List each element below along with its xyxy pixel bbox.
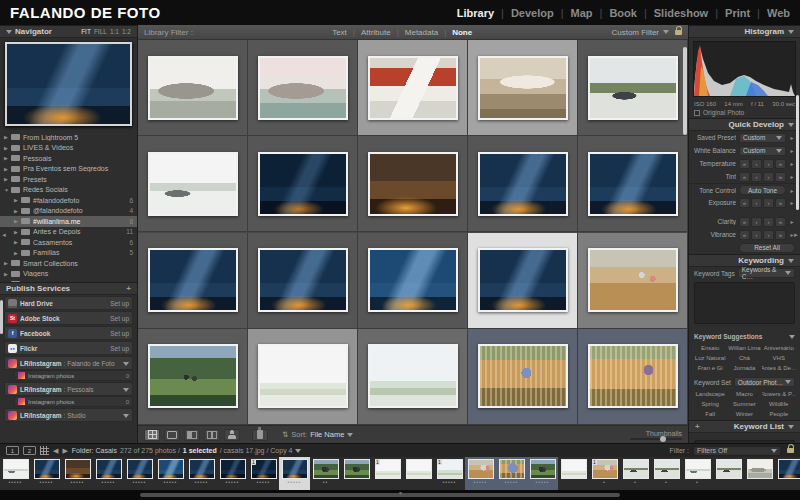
- collection-item[interactable]: ▶Famílias5: [0, 248, 137, 259]
- quick-develop-select[interactable]: Custom: [739, 133, 786, 143]
- disclosure-icon[interactable]: ▸: [789, 218, 795, 225]
- keyword-suggestion-button[interactable]: Ensaio: [693, 343, 727, 353]
- grid-cell[interactable]: [358, 233, 468, 329]
- photo-thumbnail[interactable]: [258, 56, 348, 120]
- sort-direction-icon[interactable]: ⇅: [282, 430, 288, 439]
- filmstrip-thumbnail[interactable]: •••••: [186, 457, 217, 490]
- publish-service[interactable]: Hard DriveSet up: [4, 296, 133, 310]
- thumbnail-slider[interactable]: [630, 438, 682, 440]
- sort-value[interactable]: File Name: [310, 430, 344, 439]
- publish-service-setup[interactable]: Set up: [110, 330, 129, 337]
- collection-item[interactable]: ▶Antes e Depois11: [0, 227, 137, 238]
- photo-thumbnail[interactable]: [258, 248, 348, 312]
- photo-thumbnail[interactable]: [3, 459, 29, 479]
- collection-item[interactable]: ▶LIVES & Vídeos: [0, 143, 137, 154]
- filmstrip-lock-icon[interactable]: [787, 448, 794, 453]
- publish-service-setup[interactable]: Set up: [110, 345, 129, 352]
- photo-thumbnail[interactable]: [220, 459, 246, 479]
- grid-cell[interactable]: [468, 40, 578, 136]
- navigator-zoom-1-2[interactable]: 1:2: [122, 28, 131, 35]
- keyword-suggestion-button[interactable]: Antes & De…: [762, 363, 796, 373]
- slider-knob[interactable]: [660, 436, 666, 442]
- photo-thumbnail[interactable]: [623, 459, 649, 479]
- filter-option-none[interactable]: None: [452, 28, 472, 37]
- quick-develop-header[interactable]: Quick Develop: [689, 118, 800, 131]
- collection-item[interactable]: ▶#falandodefoto6: [0, 195, 137, 206]
- publish-service[interactable]: LR/Instagram: Studio: [4, 408, 133, 422]
- stepper-button[interactable]: «: [739, 230, 750, 240]
- stepper-button[interactable]: ›: [763, 230, 774, 240]
- disclosure-icon[interactable]: ▶: [4, 134, 11, 140]
- keyword-suggestion-button[interactable]: Fran e Gi: [693, 363, 727, 373]
- grid-view-shortcut-icon[interactable]: [40, 446, 49, 455]
- photo-thumbnail[interactable]: [685, 459, 711, 479]
- publish-service[interactable]: fFacebookSet up: [4, 326, 133, 340]
- stepper-button[interactable]: ‹: [751, 159, 762, 169]
- second-window-button[interactable]: 2: [23, 446, 36, 455]
- collection-item[interactable]: ▶From Lightroom 5: [0, 132, 137, 143]
- keyword-set-dropdown[interactable]: Outdoor Phot…: [734, 377, 795, 387]
- right-panel-scrollbar[interactable]: [796, 95, 799, 210]
- stepper-button[interactable]: «: [739, 159, 750, 169]
- disclosure-icon[interactable]: ▶: [14, 239, 21, 245]
- disclosure-icon[interactable]: ▸: [789, 134, 795, 141]
- photo-thumbnail[interactable]: [158, 459, 184, 479]
- disclosure-icon[interactable]: ▶: [4, 155, 11, 161]
- collection-item[interactable]: ▶Pessoais: [0, 153, 137, 164]
- keyword-set-button[interactable]: People: [762, 409, 796, 419]
- stepper-button[interactable]: ‹: [751, 217, 762, 227]
- disclosure-icon[interactable]: ▶: [14, 229, 21, 235]
- photo-thumbnail[interactable]: [148, 152, 238, 216]
- photo-thumbnail[interactable]: [588, 248, 678, 312]
- grid-cell[interactable]: [358, 136, 468, 232]
- loupe-view-button[interactable]: [164, 429, 180, 441]
- filmstrip-thumbnail[interactable]: •••••: [124, 457, 155, 490]
- stepper-button[interactable]: ›: [763, 172, 774, 182]
- filmstrip-thumbnail[interactable]: •••••: [217, 457, 248, 490]
- add-publish-service-button[interactable]: +: [126, 284, 131, 293]
- stepper-button[interactable]: «: [739, 172, 750, 182]
- survey-view-button[interactable]: [204, 429, 220, 441]
- stepper-button[interactable]: »: [775, 198, 786, 208]
- photo-thumbnail[interactable]: [148, 344, 238, 408]
- grid-cell[interactable]: [578, 329, 688, 425]
- photo-thumbnail[interactable]: [747, 459, 773, 479]
- painter-tool-button[interactable]: [252, 429, 268, 441]
- publish-services-header[interactable]: Publish Services +: [0, 282, 137, 295]
- grid-cell[interactable]: [248, 329, 358, 425]
- publish-service[interactable]: LR/Instagram: Pessoais: [4, 382, 133, 396]
- photo-thumbnail[interactable]: [368, 56, 458, 120]
- photo-thumbnail[interactable]: [561, 459, 587, 479]
- stepper-button[interactable]: »: [775, 159, 786, 169]
- keyword-suggestion-button[interactable]: Aniversário: [762, 343, 796, 353]
- filmstrip-thumbnail[interactable]: 1•••••: [248, 457, 279, 490]
- keyword-set-button[interactable]: Fall: [693, 409, 727, 419]
- filmstrip-thumbnail-selected[interactable]: •••••: [279, 457, 310, 490]
- disclosure-icon[interactable]: ▶: [14, 250, 21, 256]
- disclosure-icon[interactable]: ▸: [789, 160, 795, 167]
- filmstrip-thumbnail[interactable]: [558, 457, 589, 490]
- filmstrip-collapse-icon[interactable]: ▼: [398, 490, 403, 496]
- collection-item[interactable]: ▼Redes Sociais: [0, 185, 137, 196]
- publish-service[interactable]: LR/Instagram: Falando de Foto: [4, 356, 133, 370]
- publish-service-setup[interactable]: Set up: [110, 300, 129, 307]
- module-slideshow[interactable]: Slideshow: [654, 7, 708, 19]
- grid-cell[interactable]: [578, 233, 688, 329]
- photo-thumbnail[interactable]: [716, 459, 742, 479]
- filmstrip-thumbnail[interactable]: [744, 457, 775, 490]
- disclosure-icon[interactable]: ▶: [4, 176, 11, 182]
- filmstrip-thumbnail[interactable]: •••••: [155, 457, 186, 490]
- grid-cell[interactable]: [248, 40, 358, 136]
- collection-item[interactable]: ▶@falandodefoto4: [0, 206, 137, 217]
- stepper-button[interactable]: «: [739, 198, 750, 208]
- photo-thumbnail[interactable]: [499, 459, 525, 479]
- keyword-set-button[interactable]: Wildlife: [762, 399, 796, 409]
- grid-cell[interactable]: [468, 136, 578, 232]
- collection-item[interactable]: ▶Presets: [0, 174, 137, 185]
- grid-cell[interactable]: [138, 136, 248, 232]
- photo-thumbnail[interactable]: [96, 459, 122, 479]
- sort-control[interactable]: ⇅ Sort: File Name: [282, 430, 353, 439]
- keyword-list-header[interactable]: + Keyword List: [689, 420, 800, 433]
- compare-view-button[interactable]: [184, 429, 200, 441]
- keyword-suggestion-button[interactable]: Luz Natural: [693, 353, 727, 363]
